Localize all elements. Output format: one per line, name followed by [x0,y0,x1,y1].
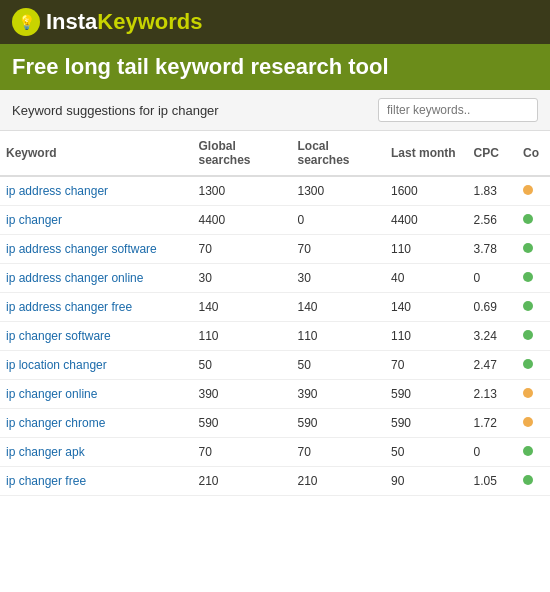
cell-co [517,351,550,380]
cell-global: 1300 [193,176,292,206]
header: 💡 InstaKeywords [0,0,550,44]
cell-local: 70 [292,235,386,264]
cell-local: 110 [292,322,386,351]
cell-keyword: ip location changer [0,351,193,380]
table-row: ip changer apk7070500 [0,438,550,467]
col-header-lastmonth: Last month [385,131,468,176]
cell-keyword: ip address changer free [0,293,193,322]
cell-local: 140 [292,293,386,322]
cell-keyword: ip changer free [0,467,193,496]
competition-dot [523,359,533,369]
competition-dot [523,388,533,398]
cell-co [517,264,550,293]
table-row: ip changer4400044002.56 [0,206,550,235]
cell-lastmonth: 140 [385,293,468,322]
col-header-cpc: CPC [468,131,518,176]
cell-cpc: 1.05 [468,467,518,496]
cell-co [517,176,550,206]
table-row: ip changer software1101101103.24 [0,322,550,351]
cell-keyword: ip address changer software [0,235,193,264]
competition-dot [523,417,533,427]
table-row: ip address changer online3030400 [0,264,550,293]
cell-lastmonth: 1600 [385,176,468,206]
filter-bar: Keyword suggestions for ip changer [0,90,550,131]
col-header-keyword: Keyword [0,131,193,176]
bulb-icon: 💡 [18,14,35,30]
subheader: Free long tail keyword research tool [0,44,550,90]
competition-dot [523,185,533,195]
cell-cpc: 2.13 [468,380,518,409]
keyword-link[interactable]: ip changer apk [6,445,85,459]
cell-cpc: 3.78 [468,235,518,264]
keyword-link[interactable]: ip changer free [6,474,86,488]
cell-cpc: 2.47 [468,351,518,380]
cell-global: 70 [193,438,292,467]
table-row: ip changer online3903905902.13 [0,380,550,409]
cell-local: 50 [292,351,386,380]
cell-keyword: ip changer apk [0,438,193,467]
cell-global: 70 [193,235,292,264]
keyword-link[interactable]: ip location changer [6,358,107,372]
table-body: ip address changer1300130016001.83ip cha… [0,176,550,496]
keyword-link[interactable]: ip changer software [6,329,111,343]
cell-cpc: 0 [468,264,518,293]
cell-global: 140 [193,293,292,322]
table-row: ip location changer5050702.47 [0,351,550,380]
cell-lastmonth: 4400 [385,206,468,235]
cell-global: 4400 [193,206,292,235]
cell-lastmonth: 50 [385,438,468,467]
cell-local: 210 [292,467,386,496]
cell-lastmonth: 110 [385,322,468,351]
keyword-link[interactable]: ip changer [6,213,62,227]
cell-co [517,467,550,496]
logo-icon: 💡 [12,8,40,36]
table-row: ip address changer software70701103.78 [0,235,550,264]
cell-keyword: ip address changer online [0,264,193,293]
logo-text-insta: Insta [46,9,97,35]
table-row: ip address changer1300130016001.83 [0,176,550,206]
cell-co [517,380,550,409]
cell-keyword: ip changer online [0,380,193,409]
cell-local: 70 [292,438,386,467]
col-header-co: Co [517,131,550,176]
competition-dot [523,214,533,224]
cell-keyword: ip changer chrome [0,409,193,438]
filter-input[interactable] [378,98,538,122]
cell-cpc: 3.24 [468,322,518,351]
table-row: ip changer chrome5905905901.72 [0,409,550,438]
keyword-link[interactable]: ip address changer software [6,242,157,256]
cell-keyword: ip changer [0,206,193,235]
cell-global: 30 [193,264,292,293]
cell-co [517,235,550,264]
keyword-link[interactable]: ip address changer online [6,271,143,285]
cell-co [517,322,550,351]
competition-dot [523,243,533,253]
subheader-title: Free long tail keyword research tool [12,54,389,79]
cell-co [517,206,550,235]
cell-lastmonth: 40 [385,264,468,293]
table-header-row: Keyword Global searches Local searches L… [0,131,550,176]
keyword-link[interactable]: ip changer online [6,387,97,401]
cell-co [517,293,550,322]
cell-global: 210 [193,467,292,496]
filter-label: Keyword suggestions for ip changer [12,103,219,118]
keyword-link[interactable]: ip changer chrome [6,416,105,430]
col-header-global: Global searches [193,131,292,176]
cell-keyword: ip changer software [0,322,193,351]
keyword-link[interactable]: ip address changer [6,184,108,198]
cell-local: 390 [292,380,386,409]
cell-lastmonth: 110 [385,235,468,264]
keyword-link[interactable]: ip address changer free [6,300,132,314]
cell-cpc: 1.72 [468,409,518,438]
cell-global: 590 [193,409,292,438]
cell-lastmonth: 70 [385,351,468,380]
competition-dot [523,330,533,340]
cell-global: 50 [193,351,292,380]
table-row: ip address changer free1401401400.69 [0,293,550,322]
cell-local: 1300 [292,176,386,206]
cell-lastmonth: 590 [385,409,468,438]
cell-local: 0 [292,206,386,235]
cell-keyword: ip address changer [0,176,193,206]
cell-lastmonth: 90 [385,467,468,496]
cell-cpc: 2.56 [468,206,518,235]
